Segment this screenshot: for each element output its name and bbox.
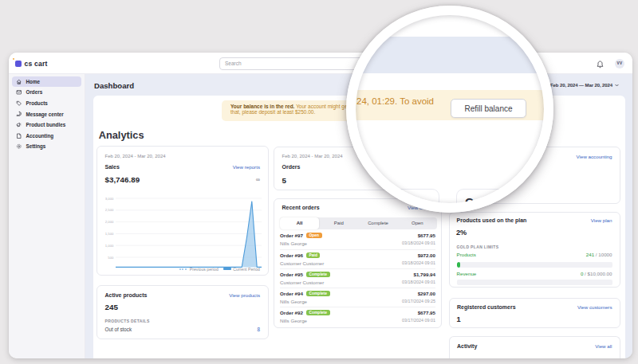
order-status-tabs: AllPaidCompleteOpen [280,217,437,229]
order-row[interactable]: Order #92CompleteNills George$677.9503/1… [280,307,435,326]
plan-percent: 2% [456,229,467,237]
svg-text:1,000: 1,000 [105,244,114,248]
sidebar-item-label: Home [26,79,41,84]
notifications-bell-icon[interactable] [597,61,604,68]
logo-accent-dot [13,58,14,60]
order-id-line: Order #95Complete [280,272,330,277]
order-id-line: Order #96Paid [280,252,324,258]
order-customer: Customer Customer [280,260,324,266]
sidebar-item-label: Accounting [26,133,54,139]
legend-previous-period-label: Previous period [190,267,219,272]
sidebar-item-home[interactable]: Home [12,76,81,88]
sidebar-item-orders[interactable]: Orders [12,87,81,98]
plan-revenue-label: Revenue [457,271,477,276]
order-status-badge: Complete [306,272,330,277]
plan-revenue-progressbar [457,280,612,285]
view-all-link[interactable]: View all [595,343,612,349]
sidebar-item-products[interactable]: Products [12,98,81,109]
activity-title: Activity [457,343,477,349]
order-price: $677.95 [402,233,435,238]
sidebar-item-label: Products [26,100,48,106]
plan-revenue-usage: 0 / $10,000.00 [581,271,612,276]
plan-products-value: 241 [586,252,594,257]
order-row-right: $677.9503/17/2024 09:01 [402,310,435,326]
infinity-icon[interactable]: ∞ [256,178,260,182]
view-accounting-link[interactable]: View accounting [577,154,612,159]
order-row[interactable]: Order #95CompleteCustomer Customer$1,799… [280,268,435,288]
order-customer: Nills George [280,299,330,304]
order-row[interactable]: Order #97OpenNills George$677.9503/18/20… [280,230,435,249]
order-id: Order #94 [280,291,303,296]
active-products-title-row: Active products View products [105,292,261,298]
settings-icon [16,143,22,150]
plan-products-label: Products [457,252,476,257]
sales-chart: 5001,0001,5002,0002,5003,000 [105,195,262,269]
order-row-left: Order #95CompleteCustomer Customer [280,272,330,288]
order-status-badge: Open [306,233,322,238]
view-reports-link[interactable]: View reports [233,164,260,170]
sidebar: HomeOrdersProductsMessage centerProduct … [9,74,85,358]
orders-icon [16,89,22,96]
date-range-picker[interactable]: Feb 20, 2024 — Mar 20, 2024 [550,83,619,88]
accounting-icon [16,133,22,139]
magnifier-lens-content: 24, 01:29. To avoid Refill balance C [356,15,544,203]
message-center-icon [16,111,22,117]
registered-customers-card: Registered customers View customers 1 [449,298,620,329]
lens-inner-shadow [356,15,544,203]
view-plan-link[interactable]: View plan [591,217,612,223]
sidebar-item-label: Settings [26,143,46,149]
activity-card: Activity View all [449,336,620,358]
sidebar-item-label: Message center [26,112,64,117]
order-row[interactable]: Order #96PaidCustomer Customer$972.0003/… [280,249,435,268]
tab-all[interactable]: All [280,217,319,229]
plan-title: Products used on the plan [457,217,527,223]
svg-text:500: 500 [108,256,114,260]
order-row-right: $677.9503/18/2024 09:01 [402,233,435,249]
products-details-label: PRODUCTS DETAILS [105,319,150,323]
legend-current-period-label: Current Period [233,267,260,272]
sidebar-item-settings[interactable]: Settings [12,141,81,152]
chart-legend: Previous period Current Period [179,267,260,272]
order-date: 03/18/2024 09:01 [402,241,435,245]
sidebar-item-accounting[interactable]: Accounting [12,131,81,142]
tab-open[interactable]: Open [398,217,437,229]
order-price: $297.00 [402,291,435,296]
order-status-badge: Complete [306,310,330,315]
view-products-link[interactable]: View products [229,292,260,298]
orders-title: Orders [282,164,301,170]
order-status-badge: Complete [306,291,330,296]
view-customers-link[interactable]: View customers [577,304,612,310]
order-date: 03/18/2024 09:01 [402,260,435,265]
legend-current-period: Current Period [223,267,260,272]
date-range-label: Feb 20, 2024 — Mar 20, 2024 [550,83,612,88]
tab-complete[interactable]: Complete [359,217,398,229]
activity-title-row: Activity View all [457,343,612,349]
plan-revenue-row: Revenue 0 / $10,000.00 [457,271,612,276]
plan-products-usage: 241 / 10000 [586,252,612,257]
out-of-stock-label: Out of stock [105,327,132,332]
order-row[interactable]: Order #94CompleteNills George$297.0003/1… [280,288,435,307]
plan-title-row: Products used on the plan View plan [457,217,612,223]
sidebar-item-message-center[interactable]: Message center [12,108,81,119]
active-products-title: Active products [105,292,148,298]
order-id-line: Order #94Complete [280,291,330,296]
magnifier-lens: 24, 01:29. To avoid Refill balance C [346,6,553,213]
order-row-left: Order #92CompleteNills George [280,310,330,326]
plan-revenue-max: / $10,000.00 [583,271,612,276]
orders-count: 5 [282,176,286,185]
order-id: Order #97 [280,233,303,238]
cscart-logo-icon[interactable] [15,61,22,67]
cscart-logo-text[interactable]: cs cart [25,60,48,68]
sales-card: Feb 20, 2024 - Mar 20, 2024 Sales View r… [96,146,269,276]
out-of-stock-row[interactable]: Out of stock 8 [105,327,261,332]
tab-paid[interactable]: Paid [319,217,358,229]
plan-products-row: Products 241 / 10000 [457,252,612,257]
user-avatar[interactable]: VV [615,59,625,69]
legend-previous-period: Previous period [179,267,219,272]
order-row-right: $1,799.9403/18/2024 09:01 [402,272,435,288]
plan-products-progress-fill [457,262,461,268]
order-rows: Order #97OpenNills George$677.9503/18/20… [280,230,435,326]
order-date: 03/17/2024 09:25 [402,299,435,303]
sidebar-item-product-bundles[interactable]: Product bundles [12,119,81,131]
order-customer: Nills George [280,318,330,323]
